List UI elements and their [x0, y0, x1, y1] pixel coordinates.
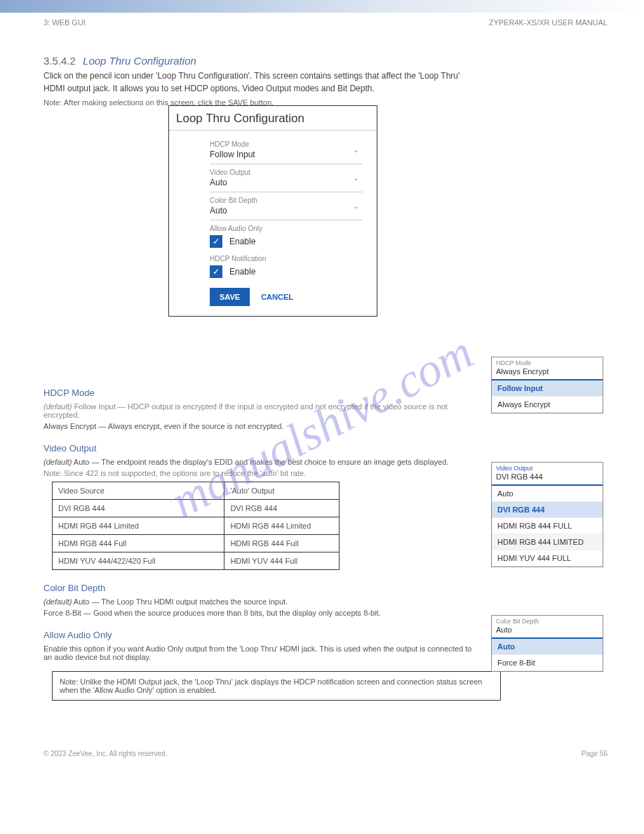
allow-audio-only-enable-text: Enable	[229, 237, 255, 246]
video-output-note: Note: Since 422 is not supported, the op…	[43, 469, 482, 477]
table-row: DVI RGB 444 DVI RGB 444	[53, 500, 340, 517]
table-row: HDMI RGB 444 Full HDMI RGB 444 Full	[53, 535, 340, 552]
color-bit-auto-text: Auto — The Loop Thru HDMI output matches…	[74, 597, 288, 606]
dd-color-opt-force8[interactable]: Force 8-Bit	[492, 655, 603, 671]
table-row: HDMI YUV 444/422/420 Full HDMI YUV 444 F…	[53, 552, 340, 570]
hdcp-default-label: default	[46, 402, 69, 411]
color-bit-depth-label: Color Bit Depth	[210, 197, 363, 204]
dd-video-opt-yuvfull[interactable]: HDMI YUV 444 FULL	[492, 550, 603, 567]
color-bit-force-text: Force 8-Bit — Good when the source produ…	[43, 609, 482, 617]
video-output-dropdown[interactable]: Video Output DVI RGB 444 Auto DVI RGB 44…	[491, 462, 603, 567]
cancel-button[interactable]: CANCEL	[261, 293, 293, 301]
hdcp-notification-row: HDCP Notification ✓ Enable	[210, 251, 363, 281]
chevron-down-icon: ⌄	[353, 146, 358, 154]
hdcp-always-text: Always Encrypt — Always encrypt, even if…	[43, 422, 482, 430]
chevron-down-icon: ⌄	[353, 202, 358, 210]
footer-copyright: © 2023 ZeeVee, Inc. All rights reserved.	[43, 750, 167, 757]
dd-hdcp-opt-follow[interactable]: Follow Input	[492, 380, 603, 397]
save-button[interactable]: SAVE	[210, 288, 250, 306]
hdcp-mode-select[interactable]: HDCP Mode Follow Input ⌄	[210, 136, 363, 164]
loop-thru-config-panel: Loop Thru Configuration HDCP Mode Follow…	[168, 105, 377, 317]
footer-page: Page 56	[582, 750, 608, 757]
dd-color-label: Color Bit Depth	[496, 618, 598, 625]
hdcp-notification-checkbox[interactable]: ✓	[210, 265, 222, 278]
hdcp-mode-value: Follow Input	[210, 150, 363, 159]
video-output-default-label: default	[46, 458, 69, 466]
video-output-heading: Video Output	[43, 443, 482, 454]
dd-hdcp-opt-always[interactable]: Always Encrypt	[492, 397, 603, 413]
video-output-value: Auto	[210, 178, 363, 187]
allow-audio-only-row: Allow Audio Only ✓ Enable	[210, 220, 363, 251]
allow-audio-only-body: Enable this option if you want Audio Onl…	[43, 644, 482, 661]
hdcp-mode-heading: HDCP Mode	[43, 388, 482, 398]
section-title: Loop Thru Configuration	[83, 55, 196, 67]
color-bit-depth-value: Auto	[210, 206, 363, 216]
hdcp-default-text: Follow Input — HDCP output is encrypted …	[43, 402, 448, 419]
dd-video-opt-auto[interactable]: Auto	[492, 486, 603, 502]
dd-video-label: Video Output	[496, 465, 598, 472]
video-output-table: Video Source 'Auto' Output DVI RGB 444 D…	[52, 482, 340, 570]
hdcp-mode-label: HDCP Mode	[210, 140, 363, 148]
dd-video-opt-rgbfull[interactable]: HDMI RGB 444 FULL	[492, 518, 603, 534]
table-row: HDMI RGB 444 Limited HDMI RGB 444 Limite…	[53, 517, 340, 535]
hdcp-notification-label: HDCP Notification	[210, 255, 363, 263]
color-bit-depth-dropdown[interactable]: Color Bit Depth Auto Auto Force 8-Bit	[491, 615, 603, 672]
table-header-col1: Video Source	[53, 482, 224, 500]
color-bit-depth-heading: Color Bit Depth	[43, 583, 482, 593]
dd-video-value: DVI RGB 444	[496, 472, 598, 481]
dd-video-opt-rgblimited[interactable]: HDMI RGB 444 LIMITED	[492, 534, 603, 550]
chevron-down-icon: ⌄	[353, 174, 358, 182]
hdcp-mode-dropdown[interactable]: HDCP Mode Always Encrypt Follow Input Al…	[491, 357, 603, 413]
color-bit-depth-select[interactable]: Color Bit Depth Auto ⌄	[210, 192, 363, 220]
table-header-col2: 'Auto' Output	[224, 482, 340, 500]
allow-audio-only-heading: Allow Audio Only	[43, 630, 482, 640]
dd-color-value: Auto	[496, 626, 598, 634]
section-lead: Click on the pencil icon under 'Loop Thr…	[43, 70, 482, 95]
footnote-box: Note: Unlike the HDMI Output jack, the '…	[52, 671, 501, 701]
allow-audio-only-checkbox[interactable]: ✓	[210, 235, 222, 248]
video-output-select[interactable]: Video Output Auto ⌄	[210, 164, 363, 192]
dd-color-opt-auto[interactable]: Auto	[492, 639, 603, 655]
video-output-body: Auto — The endpoint reads the display's …	[74, 458, 449, 466]
gradient-top-bar	[0, 0, 644, 13]
panel-title: Loop Thru Configuration	[169, 106, 377, 131]
video-output-label: Video Output	[210, 168, 363, 176]
dd-hdcp-label: HDCP Mode	[496, 359, 598, 366]
dd-hdcp-value: Always Encrypt	[496, 367, 598, 376]
section-number: 3.5.4.2	[43, 55, 76, 67]
dd-video-opt-dvi[interactable]: DVI RGB 444	[492, 502, 603, 518]
allow-audio-only-label: Allow Audio Only	[210, 225, 363, 232]
hdcp-notification-enable-text: Enable	[229, 267, 255, 277]
color-bit-default-label: default	[46, 597, 69, 606]
